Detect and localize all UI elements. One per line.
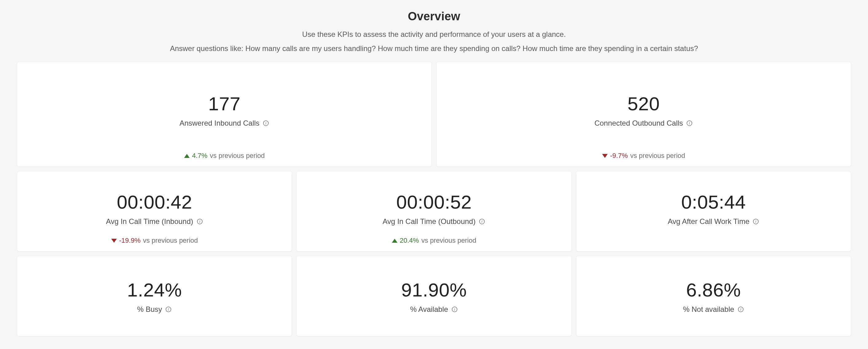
overview-subtitle-1: Use these KPIs to assess the activity an… <box>17 29 851 40</box>
kpi-value: 1.24% <box>127 279 182 301</box>
kpi-card-percent-busy: 1.24% % Busy i <box>17 256 292 336</box>
trend-up-icon <box>184 154 190 158</box>
kpi-label: % Available <box>410 305 448 314</box>
trend-suffix: vs previous period <box>422 236 476 245</box>
kpi-card-answered-inbound-calls: 177 Answered Inbound Calls i 4.7% vs pre… <box>17 62 432 166</box>
kpi-value: 91.90% <box>401 279 467 301</box>
trend-down-icon <box>111 239 117 243</box>
trend-suffix: vs previous period <box>630 152 685 160</box>
overview-title: Overview <box>17 10 851 23</box>
kpi-trend: -19.9% vs previous period <box>17 236 292 245</box>
kpi-card-avg-after-call-work: 0:05:44 Avg After Call Work Time i <box>576 171 851 251</box>
trend-percent: 20.4% <box>400 236 419 245</box>
kpi-value: 177 <box>208 93 241 115</box>
kpi-card-avg-in-call-outbound: 00:00:52 Avg In Call Time (Outbound) i 2… <box>297 171 571 251</box>
trend-down-icon <box>602 154 608 158</box>
kpi-label: Answered Inbound Calls <box>180 119 259 127</box>
info-icon[interactable]: i <box>737 306 744 313</box>
kpi-card-connected-outbound-calls: 520 Connected Outbound Calls i -9.7% vs … <box>436 62 851 166</box>
svg-text:i: i <box>454 307 455 312</box>
kpi-value: 6.86% <box>686 279 741 301</box>
kpi-value: 00:00:52 <box>396 191 471 213</box>
info-icon[interactable]: i <box>478 218 485 225</box>
info-icon[interactable]: i <box>262 120 269 127</box>
kpi-trend: 20.4% vs previous period <box>297 236 571 245</box>
trend-up-icon <box>392 239 397 243</box>
svg-text:i: i <box>482 219 483 224</box>
svg-text:i: i <box>199 219 200 224</box>
trend-suffix: vs previous period <box>210 152 265 160</box>
kpi-value: 0:05:44 <box>681 191 746 213</box>
info-icon[interactable]: i <box>451 306 458 313</box>
kpi-card-avg-in-call-inbound: 00:00:42 Avg In Call Time (Inbound) i -1… <box>17 171 292 251</box>
kpi-label: % Busy <box>137 305 162 314</box>
svg-text:i: i <box>755 219 756 224</box>
svg-text:i: i <box>740 307 741 312</box>
overview-subtitle-2: Answer questions like: How many calls ar… <box>17 43 851 54</box>
kpi-label: Avg In Call Time (Outbound) <box>383 217 475 226</box>
kpi-card-percent-available: 91.90% % Available i <box>297 256 571 336</box>
info-icon[interactable]: i <box>196 218 203 225</box>
info-icon[interactable]: i <box>686 120 693 127</box>
kpi-value: 520 <box>628 93 660 115</box>
kpi-trend: -9.7% vs previous period <box>436 152 851 160</box>
kpi-label: Avg After Call Work Time <box>668 217 749 226</box>
svg-text:i: i <box>265 121 266 125</box>
trend-suffix: vs previous period <box>143 236 198 245</box>
kpi-value: 00:00:42 <box>117 191 192 213</box>
trend-percent: -9.7% <box>610 152 628 160</box>
info-icon[interactable]: i <box>165 306 172 313</box>
info-icon[interactable]: i <box>752 218 759 225</box>
kpi-label: Connected Outbound Calls <box>594 119 683 127</box>
kpi-card-percent-not-available: 6.86% % Not available i <box>576 256 851 336</box>
kpi-trend: 4.7% vs previous period <box>17 152 432 160</box>
kpi-label: Avg In Call Time (Inbound) <box>106 217 193 226</box>
trend-percent: 4.7% <box>192 152 208 160</box>
svg-text:i: i <box>689 121 690 125</box>
trend-percent: -19.9% <box>119 236 141 245</box>
svg-text:i: i <box>168 307 169 312</box>
kpi-label: % Not available <box>683 305 734 314</box>
